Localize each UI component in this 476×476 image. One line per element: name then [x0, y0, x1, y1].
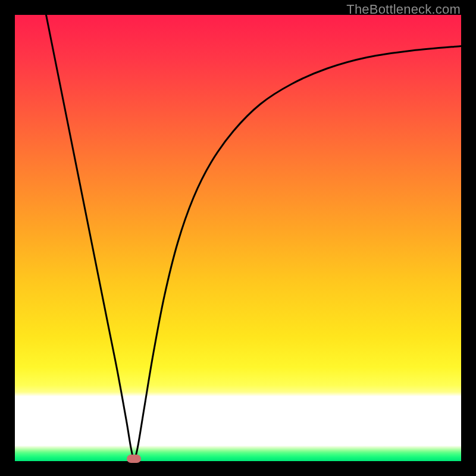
optimal-point-marker [127, 455, 141, 463]
chart-frame [15, 15, 461, 461]
chart-svg [15, 15, 461, 461]
watermark-label: TheBottleneck.com [346, 2, 461, 17]
gradient-background [15, 15, 461, 461]
